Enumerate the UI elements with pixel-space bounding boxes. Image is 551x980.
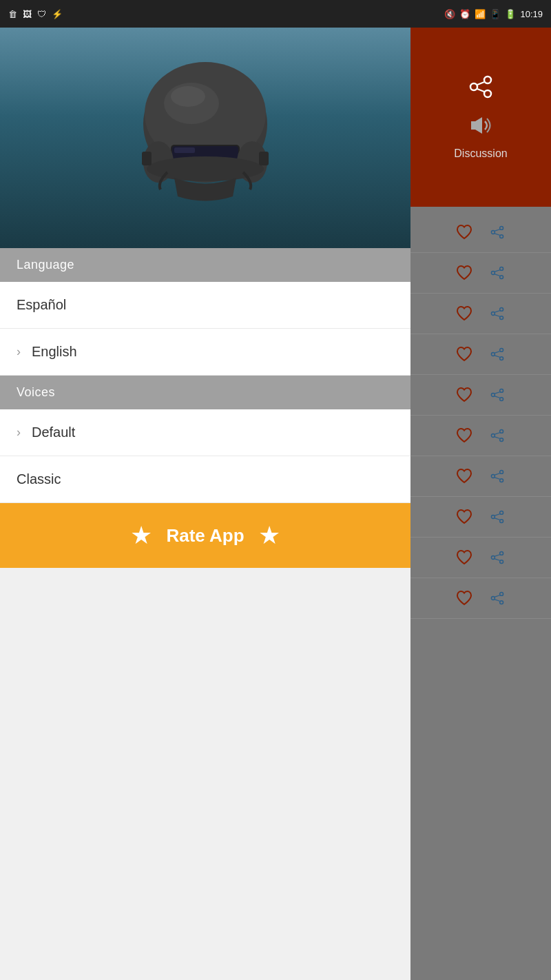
language-section-header: Language <box>0 248 410 282</box>
svg-point-25 <box>500 276 503 279</box>
svg-point-49 <box>491 475 495 478</box>
bottom-space <box>0 568 410 980</box>
svg-point-40 <box>500 398 503 401</box>
svg-line-22 <box>495 234 499 235</box>
espanol-item[interactable]: Español <box>0 282 410 329</box>
settings-list: Language Español › English Voices › Defa… <box>0 248 410 980</box>
share-icon[interactable] <box>489 265 506 280</box>
svg-point-9 <box>171 86 205 107</box>
svg-line-41 <box>495 392 499 394</box>
image-icon: 🖼 <box>23 9 32 19</box>
svg-point-18 <box>500 226 503 229</box>
share-icon[interactable] <box>489 509 506 524</box>
svg-line-32 <box>495 315 499 316</box>
share-icon[interactable] <box>489 469 506 484</box>
helmet-image <box>129 55 281 221</box>
heart-icon[interactable] <box>456 428 472 443</box>
heart-icon[interactable] <box>456 550 472 565</box>
svg-point-63 <box>500 592 503 595</box>
mute-icon: 🔇 <box>444 9 455 19</box>
share-icon[interactable] <box>489 591 506 606</box>
right-panel: Discussion <box>410 28 551 980</box>
time-display: 10:19 <box>520 9 543 19</box>
svg-line-46 <box>495 433 499 434</box>
rate-app-label: Rate App <box>166 525 244 547</box>
wifi-icon: 📶 <box>475 9 486 19</box>
heart-icon[interactable] <box>456 509 472 524</box>
english-label: English <box>32 344 77 360</box>
heart-icon[interactable] <box>456 306 472 321</box>
svg-line-27 <box>495 274 499 276</box>
heart-icon[interactable] <box>456 265 472 280</box>
svg-point-50 <box>500 479 503 482</box>
english-chevron-icon: › <box>17 345 21 359</box>
svg-line-37 <box>495 356 499 357</box>
share-icon[interactable] <box>489 347 506 362</box>
right-item-row <box>410 294 551 334</box>
heart-icon[interactable] <box>456 591 472 606</box>
svg-line-21 <box>495 229 499 231</box>
rate-star-left-icon: ★ <box>130 521 152 550</box>
status-bar: 🗑 🖼 🛡 ⚡ 🔇 ⏰ 📶 📱 🔋 10:19 <box>0 0 551 28</box>
classic-label: Classic <box>17 471 61 487</box>
svg-point-45 <box>500 438 503 442</box>
svg-point-34 <box>491 353 495 356</box>
svg-point-39 <box>491 394 495 397</box>
share-icon[interactable] <box>489 387 506 402</box>
share-icon[interactable] <box>489 550 506 565</box>
svg-line-15 <box>477 82 484 85</box>
svg-line-56 <box>495 514 499 515</box>
svg-line-62 <box>495 559 499 560</box>
svg-point-12 <box>484 76 491 83</box>
svg-point-58 <box>500 551 503 555</box>
svg-line-16 <box>477 89 484 92</box>
svg-line-36 <box>495 351 499 353</box>
espanol-label: Español <box>17 297 66 313</box>
heart-icon[interactable] <box>456 469 472 484</box>
svg-line-66 <box>495 595 499 597</box>
right-item-row <box>410 497 551 538</box>
hero-area <box>0 28 410 248</box>
heart-icon[interactable] <box>456 387 472 402</box>
sim-icon: 📱 <box>490 9 501 19</box>
svg-point-64 <box>491 597 495 600</box>
svg-point-65 <box>500 601 503 604</box>
svg-point-53 <box>500 511 503 514</box>
audio-icon[interactable] <box>468 113 493 138</box>
svg-rect-11 <box>259 152 269 165</box>
svg-line-42 <box>495 396 499 398</box>
status-bar-left-icons: 🗑 🖼 🛡 ⚡ <box>8 9 63 19</box>
share-icon[interactable] <box>489 306 506 321</box>
english-item[interactable]: › English <box>0 329 410 376</box>
trash-icon: 🗑 <box>8 9 17 19</box>
right-items-list <box>410 207 551 980</box>
svg-point-19 <box>491 231 495 234</box>
shield-icon: 🛡 <box>37 9 46 19</box>
svg-point-30 <box>500 316 503 320</box>
svg-rect-10 <box>142 152 152 165</box>
share-icon[interactable] <box>489 225 506 240</box>
share-icon-top[interactable] <box>468 74 493 99</box>
svg-line-67 <box>495 600 499 601</box>
svg-line-26 <box>495 270 499 272</box>
svg-line-31 <box>495 311 499 312</box>
heart-icon[interactable] <box>456 225 472 240</box>
svg-point-54 <box>491 515 495 519</box>
share-icon[interactable] <box>489 428 506 443</box>
battery-icon: 🔋 <box>505 9 516 19</box>
right-item-row <box>410 334 551 375</box>
status-bar-right-icons: 🔇 ⏰ 📶 📱 🔋 10:19 <box>444 9 543 19</box>
default-item[interactable]: › Default <box>0 409 410 456</box>
heart-icon[interactable] <box>456 347 472 362</box>
svg-line-61 <box>495 555 499 556</box>
classic-item[interactable]: Classic <box>0 456 410 503</box>
svg-line-51 <box>495 473 499 475</box>
right-item-row <box>410 375 551 416</box>
default-chevron-icon: › <box>17 425 21 440</box>
svg-point-33 <box>500 348 503 351</box>
rate-app-button[interactable]: ★ Rate App ★ <box>0 503 410 568</box>
svg-point-20 <box>500 235 503 238</box>
svg-point-13 <box>470 83 477 90</box>
svg-line-57 <box>495 518 499 520</box>
main-container: Language Español › English Voices › Defa… <box>0 28 551 980</box>
